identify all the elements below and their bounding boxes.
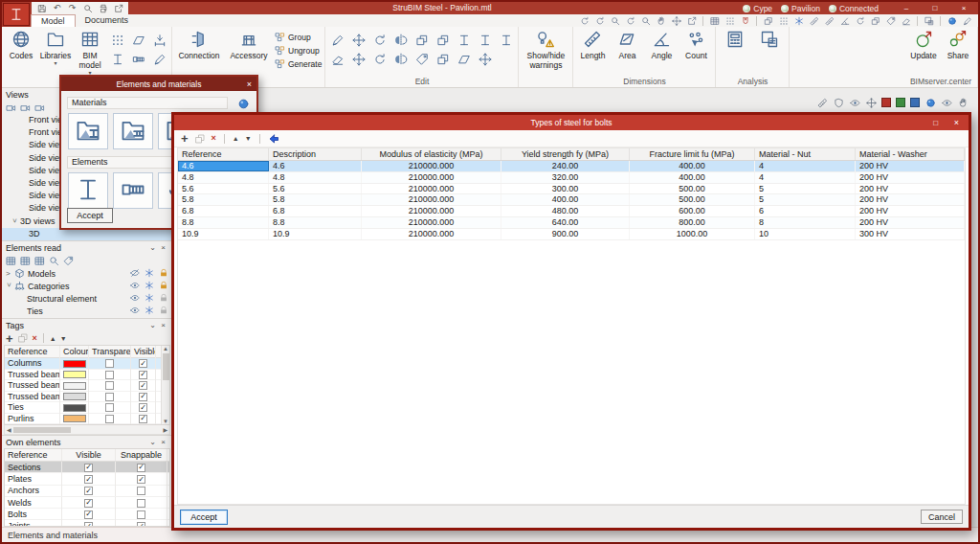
duplicate-button[interactable] [17,332,29,344]
clipboard-icon[interactable] [869,15,881,27]
dim-angle-icon[interactable] [838,15,851,27]
own-element-row[interactable]: Plates✓✓ [5,473,169,485]
maximize-dialog-icon[interactable]: □ [933,115,938,130]
move-node-button[interactable] [349,52,368,67]
center-view-icon[interactable] [670,15,682,27]
lock-icon[interactable] [159,293,168,305]
account-cype[interactable]: Cype [743,4,772,13]
cancel-button[interactable]: Cancel [921,510,963,524]
find-icon[interactable] [82,3,93,13]
redo-icon[interactable]: ↷ [67,3,78,13]
copy-button[interactable] [412,33,431,48]
rotate-free-button[interactable] [370,52,389,67]
account-connected[interactable]: Connected [829,4,879,13]
visibility-on-icon[interactable] [130,293,140,305]
close-panel-icon[interactable]: × [158,321,168,329]
group-models-icon[interactable] [6,256,16,266]
group-categories-icon[interactable] [20,256,31,266]
group-types-icon[interactable] [34,256,45,266]
reference-plane-button[interactable] [129,33,147,48]
tags-horizontal-scrollbar[interactable]: ◀▶ [4,425,170,435]
material-sections-button[interactable] [68,113,108,149]
refresh-view-icon[interactable] [624,15,636,27]
chevron-icon[interactable]: > [5,283,13,291]
duplicate-button[interactable] [194,133,206,145]
options-gear-icon[interactable] [792,15,805,27]
levels-button[interactable] [150,33,168,48]
checked-checkbox[interactable]: ✓ [139,415,147,423]
bolt-steel-row[interactable]: 4.64.6210000.000240.00400.004200 HV [178,161,965,172]
snap-icon[interactable] [145,268,154,280]
gizmo-icon[interactable] [865,97,877,108]
share-button[interactable]: Share [942,28,974,61]
account-pavilion[interactable]: Pavilion [781,4,820,13]
magnet-snap-icon[interactable] [739,15,751,27]
tag-row[interactable]: Purlins✓ [5,414,169,425]
area-button[interactable]: Area [611,28,643,61]
dim-level-icon[interactable] [823,15,835,27]
scrollbar-thumb[interactable] [13,427,71,433]
assign-button[interactable] [268,133,279,145]
close-panel-icon[interactable]: × [158,243,168,252]
bolt-steel-row[interactable]: 5.85.8210000.000400.00500.005200 HV [178,194,965,206]
bolt-steel-row[interactable]: 8.88.8210000.000640.00800.008200 HV [178,217,965,229]
snap-icon[interactable] [145,281,154,292]
scrollbar-thumb[interactable] [163,353,169,380]
group-button[interactable]: Group [275,32,322,43]
stretch-plate-button[interactable] [434,52,452,67]
comment-icon[interactable] [884,15,897,27]
export-icon[interactable] [113,3,123,13]
checked-checkbox[interactable]: ✓ [139,403,147,412]
collapse-panel-icon[interactable]: ⌄ [147,438,158,446]
move-up-button[interactable]: ▲ [233,135,239,142]
close-button[interactable]: × [949,2,978,14]
checked-checkbox[interactable]: ✓ [84,487,93,495]
unchecked-checkbox[interactable] [105,393,114,401]
texture-toggle-icon[interactable] [708,15,721,27]
angle-button[interactable]: Angle [645,28,678,61]
align-plate-button[interactable] [434,33,452,48]
tab-documents[interactable]: Documents [76,14,139,27]
checked-checkbox[interactable]: ✓ [84,499,93,508]
chevron-icon[interactable]: > [9,218,21,227]
route-button[interactable] [476,52,494,67]
accessory-button[interactable]: Accessory [225,28,273,61]
collapse-panel-icon[interactable]: ⌄ [147,243,158,252]
grid-toggle-icon[interactable] [777,15,790,27]
rotate-button[interactable] [370,33,389,48]
bolt-steel-row[interactable]: 10.910.9210000.000900.001000.0010300 HV [178,229,965,240]
close-dialog-icon[interactable]: × [247,77,252,91]
snap-icon[interactable] [145,293,154,305]
bolts-button[interactable] [129,52,147,67]
bolt-steel-row[interactable]: 5.65.6210000.000300.00500.005200 HV [178,184,965,195]
element-read-row[interactable]: Structural element [2,292,172,305]
connection-button[interactable]: Connection [175,28,223,61]
cut-icon[interactable] [900,15,912,27]
dim-linear-icon[interactable] [808,15,820,27]
insert-section-button[interactable] [455,33,473,48]
minimize-button[interactable]: – [892,2,921,14]
close-panel-icon[interactable]: × [158,438,168,446]
measure-icon[interactable] [816,97,828,108]
help-globe-icon[interactable] [237,98,250,112]
visibility-icon[interactable] [941,97,952,108]
add-button[interactable]: + [6,332,13,345]
bolt-steel-row[interactable]: 4.84.8210000.000320.00400.004200 HV [178,172,965,184]
move-down-button[interactable]: ▼ [60,335,67,342]
unchecked-checkbox[interactable] [105,371,114,379]
colour-swatch[interactable] [63,382,86,390]
material-bolts-button[interactable] [113,113,153,149]
checked-checkbox[interactable]: ✓ [139,371,147,379]
pan-view-icon[interactable] [655,15,667,27]
element-read-row[interactable]: >Categories [2,280,172,292]
dim-arc-icon[interactable] [854,15,866,27]
visibility-off-icon[interactable] [130,268,140,280]
length-button[interactable]: Length [576,28,609,61]
own-element-row[interactable]: Bolts✓ [5,509,169,520]
checked-checkbox[interactable]: ✓ [84,464,93,472]
tilt-section-button[interactable] [497,33,515,48]
bim-model-button[interactable]: BIM model▾ [74,28,106,75]
unchecked-checkbox[interactable] [137,487,145,495]
accept-button[interactable]: Accept [67,208,113,223]
colour-swatch[interactable] [63,371,86,378]
